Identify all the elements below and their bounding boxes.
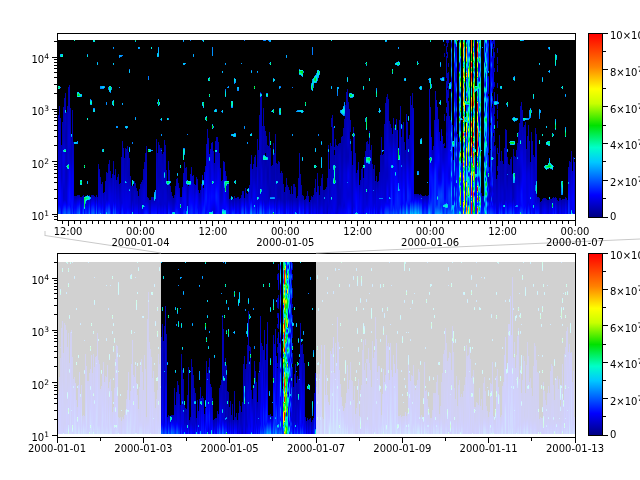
- y-tick-minor: [54, 335, 57, 336]
- x-tick-label-date: 2000-01-07: [276, 443, 356, 454]
- colorbar-tick-label: 2×107: [610, 174, 640, 188]
- colorbar-tick-label: 10×107: [610, 247, 640, 261]
- y-tick-minor: [54, 65, 57, 66]
- colorbar-tick-minor: [603, 125, 606, 126]
- y-tick-minor: [54, 114, 57, 115]
- colorbar-tick-major: [603, 362, 608, 363]
- x-tick-minor: [508, 221, 509, 224]
- x-tick-label-time: 12:00: [328, 226, 388, 237]
- x-tick-minor: [92, 221, 93, 224]
- y-tick-major: [52, 435, 57, 436]
- colorbar-tick-minor: [603, 198, 606, 199]
- y-tick-major: [52, 109, 57, 110]
- y-tick-minor: [54, 410, 57, 411]
- colorbar-tick-label: 0: [610, 429, 616, 440]
- y-tick-minor: [54, 351, 57, 352]
- x-tick-label-time: 12:00: [38, 226, 98, 237]
- x-tick-minor: [80, 221, 81, 224]
- colorbar-tick-minor: [603, 380, 606, 381]
- x-tick-label-date: 2000-01-07: [535, 237, 615, 248]
- y-tick-label: 103: [2, 324, 49, 338]
- y-tick-minor: [54, 169, 57, 170]
- x-tick-minor: [122, 221, 123, 224]
- colorbar-tick-major: [603, 435, 608, 436]
- y-tick-minor: [54, 72, 57, 73]
- x-tick-minor: [206, 221, 207, 224]
- colorbar-tick-major: [603, 217, 608, 218]
- x-tick-minor: [152, 221, 153, 224]
- y-tick-minor: [54, 166, 57, 167]
- y-tick-major: [52, 330, 57, 331]
- x-tick-label-date: 2000-01-03: [103, 443, 183, 454]
- x-tick-minor: [74, 221, 75, 224]
- x-tick-minor: [194, 221, 195, 224]
- x-tick-minor: [291, 221, 292, 224]
- y-tick-minor: [54, 189, 57, 190]
- x-tick-minor: [285, 221, 286, 224]
- x-tick-minor: [562, 221, 563, 224]
- x-tick-minor: [442, 221, 443, 224]
- y-tick-minor: [54, 366, 57, 367]
- x-tick-label-date: 2000-01-01: [17, 443, 97, 454]
- colorbar-tick-minor: [603, 416, 606, 417]
- y-tick-minor: [54, 403, 57, 404]
- x-tick-minor: [369, 221, 370, 224]
- x-tick-minor: [345, 221, 346, 224]
- x-tick-minor: [351, 221, 352, 224]
- x-tick-label-date: 2000-01-04: [100, 237, 180, 248]
- y-tick-minor: [54, 77, 57, 78]
- x-tick-minor: [188, 221, 189, 224]
- x-tick-minor: [357, 221, 358, 224]
- y-tick-label: 101: [2, 208, 49, 222]
- y-tick-minor: [54, 305, 57, 306]
- colorbar-tick-label: 8×107: [610, 64, 640, 78]
- x-tick-minor: [100, 438, 101, 441]
- colorbar-tick-label: 8×107: [610, 283, 640, 297]
- x-tick-minor: [575, 221, 576, 224]
- x-tick-minor: [170, 221, 171, 224]
- x-tick-minor: [279, 221, 280, 224]
- x-tick-minor: [110, 221, 111, 224]
- colorbar-tick-major: [603, 180, 608, 181]
- zoomed-spectrogram-image: [58, 40, 575, 214]
- y-tick-minor: [54, 262, 57, 263]
- y-tick-minor: [54, 332, 57, 333]
- x-tick-minor: [448, 221, 449, 224]
- dim-mask-right: [316, 262, 575, 434]
- y-tick-minor: [54, 346, 57, 347]
- y-tick-label: 104: [2, 272, 49, 286]
- x-tick-minor: [454, 221, 455, 224]
- y-tick-minor: [54, 385, 57, 386]
- y-tick-minor: [54, 198, 57, 199]
- y-tick-minor: [54, 68, 57, 69]
- y-tick-major: [52, 161, 57, 162]
- x-tick-minor: [544, 221, 545, 224]
- x-tick-minor: [387, 221, 388, 224]
- x-tick-minor: [514, 221, 515, 224]
- y-tick-minor: [54, 314, 57, 315]
- y-tick-minor: [54, 289, 57, 290]
- colorbar-tick-minor: [603, 51, 606, 52]
- colorbar-tick-major: [603, 143, 608, 144]
- colorbar-tick-major: [603, 398, 608, 399]
- y-tick-minor: [54, 173, 57, 174]
- x-tick-minor: [303, 221, 304, 224]
- colorbar-tick-minor: [603, 271, 606, 272]
- colorbar-tick-minor: [603, 344, 606, 345]
- x-tick-minor: [176, 221, 177, 224]
- x-tick-label-date: 2000-01-11: [449, 443, 529, 454]
- x-tick-minor: [186, 438, 187, 441]
- x-tick-minor: [273, 221, 274, 224]
- x-tick-minor: [249, 221, 250, 224]
- y-tick-label: 103: [2, 103, 49, 117]
- y-tick-minor: [54, 394, 57, 395]
- y-tick-label: 101: [2, 429, 49, 443]
- colorbar-tick-major: [603, 33, 608, 34]
- x-tick-minor: [231, 221, 232, 224]
- x-tick-minor: [460, 221, 461, 224]
- x-tick-minor: [436, 221, 437, 224]
- x-tick-minor: [116, 221, 117, 224]
- x-tick-minor: [490, 221, 491, 224]
- x-tick-label-date: 2000-01-13: [535, 443, 615, 454]
- y-tick-minor: [54, 280, 57, 281]
